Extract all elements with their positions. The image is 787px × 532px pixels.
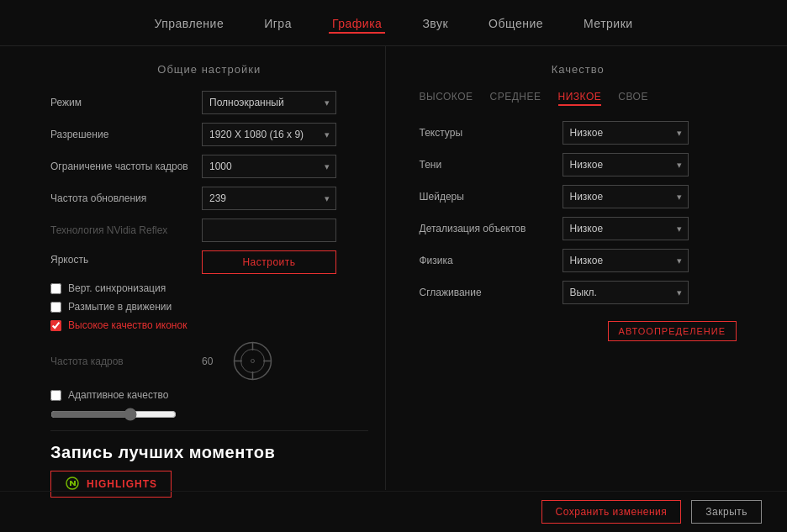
nvidia-reflex-label: Технология NVidia Reflex — [50, 224, 202, 236]
resolution-select[interactable]: 1920 X 1080 (16 х 9) — [202, 123, 336, 146]
highlights-section: Запись лучших моментов HIGHLIGHTS — [50, 438, 368, 498]
quality-tab-custom[interactable]: СВОЕ — [618, 91, 648, 106]
fps-limit-select-wrapper: 1000 — [202, 155, 336, 178]
antialiasing-row: Сглаживание Выкл. — [420, 281, 737, 304]
physics-label: Физика — [420, 255, 563, 266]
object-detail-select[interactable]: Низкое — [563, 217, 689, 240]
textures-select-wrapper: Низкое — [563, 121, 689, 145]
vsync-checkbox[interactable] — [50, 283, 61, 294]
svg-point-1 — [241, 350, 265, 373]
highlights-label: HIGHLIGHTS — [87, 478, 157, 490]
refresh-rate-select[interactable]: 239 — [202, 187, 336, 210]
quality-tab-high[interactable]: ВЫСОКОЕ — [420, 91, 473, 106]
main-content: Общие настройки Режим Полноэкранный Разр… — [0, 46, 787, 490]
mode-row: Режим Полноэкранный — [50, 91, 368, 114]
quality-tab-medium[interactable]: СРЕДНЕЕ — [490, 91, 541, 106]
shaders-select-wrapper: Низкое — [563, 185, 689, 208]
fps-display-label: Частота кадров — [50, 356, 202, 367]
autodetect-button[interactable]: АВТООПРЕДЕЛЕНИЕ — [608, 321, 737, 341]
record-title: Запись лучших моментов — [50, 443, 368, 462]
quality-tabs: ВЫСОКОЕ СРЕДНЕЕ НИЗКОЕ СВОЕ — [420, 91, 737, 106]
left-panel: Общие настройки Режим Полноэкранный Разр… — [34, 46, 386, 490]
antialiasing-label: Сглаживание — [420, 287, 563, 298]
motion-blur-row: Размытие в движении — [50, 301, 368, 313]
motion-blur-label: Размытие в движении — [68, 301, 172, 313]
brightness-row: Яркость Настроить — [50, 250, 368, 274]
close-button[interactable]: Закрыть — [691, 500, 762, 524]
bottom-bar: Сохранить изменения Закрыть — [0, 491, 787, 532]
vsync-label: Верт. синхронизация — [68, 282, 166, 294]
shadows-label: Тени — [420, 159, 563, 171]
crosshair-icon — [230, 338, 276, 384]
quality-title: Качество — [420, 63, 737, 76]
shadows-select[interactable]: Низкое — [563, 153, 689, 176]
high-quality-icons-label: Высокое качество иконок — [68, 319, 187, 331]
fps-limit-label: Ограничение частоты кадров — [50, 161, 202, 172]
adaptive-quality-row: Адаптивное качество — [50, 389, 368, 401]
refresh-rate-row: Частота обновления 239 — [50, 187, 368, 210]
brightness-label: Яркость — [50, 254, 202, 266]
shadows-select-wrapper: Низкое — [563, 153, 689, 176]
nvidia-logo-icon — [65, 477, 80, 492]
nav-item-management[interactable]: Управление — [151, 15, 227, 34]
resolution-label: Разрешение — [50, 129, 202, 140]
brightness-configure-button[interactable]: Настроить — [202, 250, 336, 274]
refresh-rate-label: Частота обновления — [50, 192, 202, 204]
quality-tab-low[interactable]: НИЗКОЕ — [558, 91, 602, 106]
nvidia-reflex-row: Технология NVidia Reflex — [50, 219, 368, 242]
fps-display-value: 60 — [202, 356, 213, 367]
nav-item-metrics[interactable]: Метрики — [580, 15, 636, 34]
vsync-row: Верт. синхронизация — [50, 282, 368, 294]
shaders-row: Шейдеры Низкое — [420, 185, 737, 208]
adaptive-quality-checkbox[interactable] — [50, 390, 61, 401]
shadows-row: Тени Низкое — [420, 153, 737, 176]
nav-item-graphics[interactable]: Графика — [329, 15, 385, 34]
mode-select-wrapper: Полноэкранный — [202, 91, 336, 114]
high-quality-icons-row: Высокое качество иконок — [50, 319, 368, 331]
object-detail-label: Детализация объектов — [420, 223, 563, 234]
antialiasing-select[interactable]: Выкл. — [563, 281, 689, 304]
adaptive-quality-slider[interactable] — [50, 408, 177, 421]
physics-row: Физика Низкое — [420, 249, 737, 272]
textures-select[interactable]: Низкое — [563, 121, 689, 145]
object-detail-row: Детализация объектов Низкое — [420, 217, 737, 240]
resolution-select-wrapper: 1920 X 1080 (16 х 9) — [202, 123, 336, 146]
save-changes-button[interactable]: Сохранить изменения — [541, 500, 682, 524]
nvidia-reflex-input[interactable] — [202, 219, 336, 242]
fps-display-row: Частота кадров 60 — [50, 356, 213, 367]
svg-point-6 — [251, 360, 255, 363]
adaptive-quality-label: Адаптивное качество — [68, 389, 168, 401]
fps-limit-row: Ограничение частоты кадров 1000 — [50, 155, 368, 178]
nav-item-game[interactable]: Игра — [261, 15, 295, 34]
nav-item-sound[interactable]: Звук — [419, 15, 452, 34]
fps-limit-select[interactable]: 1000 — [202, 155, 336, 178]
refresh-rate-select-wrapper: 239 — [202, 187, 336, 210]
divider — [50, 430, 368, 431]
motion-blur-checkbox[interactable] — [50, 302, 61, 313]
high-quality-icons-checkbox[interactable] — [50, 320, 61, 331]
physics-select[interactable]: Низкое — [563, 249, 689, 272]
resolution-row: Разрешение 1920 X 1080 (16 х 9) — [50, 123, 368, 146]
textures-row: Текстуры Низкое — [420, 121, 737, 145]
object-detail-select-wrapper: Низкое — [563, 217, 689, 240]
shaders-select[interactable]: Низкое — [563, 185, 689, 208]
mode-select[interactable]: Полноэкранный — [202, 91, 336, 114]
top-navigation: Управление Игра Графика Звук Общение Мет… — [0, 0, 787, 46]
mode-label: Режим — [50, 97, 202, 108]
shaders-label: Шейдеры — [420, 191, 563, 203]
nav-item-social[interactable]: Общение — [485, 15, 547, 34]
general-settings-title: Общие настройки — [50, 63, 368, 76]
textures-label: Текстуры — [420, 127, 563, 139]
right-panel: Качество ВЫСОКОЕ СРЕДНЕЕ НИЗКОЕ СВОЕ Тек… — [386, 46, 754, 490]
physics-select-wrapper: Низкое — [563, 249, 689, 272]
antialiasing-select-wrapper: Выкл. — [563, 281, 689, 304]
